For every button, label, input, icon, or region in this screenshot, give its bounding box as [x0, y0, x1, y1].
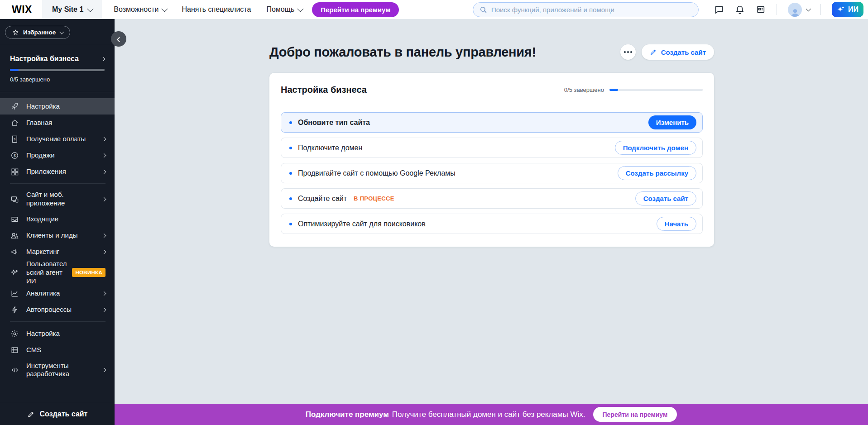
- progress-label: 0/5 завершено: [564, 86, 604, 93]
- home-icon: [10, 118, 19, 127]
- premium-banner: Подключите премиум Получите бесплатный д…: [115, 404, 868, 425]
- sidebar-item-home[interactable]: Главная: [0, 115, 115, 131]
- main-area: Добро пожаловать в панель управления! Со…: [115, 19, 868, 404]
- favorites-row: Избранное: [0, 19, 115, 45]
- rocket-icon: [10, 102, 19, 111]
- sparkle-icon: [837, 5, 845, 14]
- search-input[interactable]: [491, 6, 692, 14]
- task-action-button[interactable]: Создать рассылку: [618, 166, 696, 180]
- bullet-dot: [289, 223, 292, 225]
- topbar: WIX My Site 1 Возможности Нанять специал…: [0, 0, 868, 19]
- business-setup-summary[interactable]: Настройка бизнеса 0/5 завершено: [0, 45, 115, 92]
- inbox-icon: [10, 215, 19, 224]
- sidebar-item-ai-agent[interactable]: Пользовательский агент ИИ НОВИНКА: [0, 260, 115, 285]
- chevron-right-icon: [102, 291, 106, 296]
- site-switcher[interactable]: My Site 1: [42, 0, 102, 19]
- setup-status: 0/5 завершено: [10, 76, 105, 83]
- task-row[interactable]: Подключите домен Подключить домен: [281, 138, 703, 158]
- top-nav: Возможности Нанять специалиста Помощь: [114, 5, 302, 14]
- task-row[interactable]: Продвигайте сайт с помощью Google Реклам…: [281, 163, 703, 183]
- search-icon: [480, 6, 487, 14]
- notifications-bell-icon[interactable]: [735, 5, 745, 14]
- sidebar-item-apps[interactable]: Приложения: [0, 163, 115, 180]
- sidebar-item-setup[interactable]: Настройка: [0, 98, 115, 115]
- invoice-icon: $: [10, 134, 19, 143]
- ai-assistant-button[interactable]: ИИ: [832, 2, 863, 17]
- chevron-down-icon: [87, 6, 94, 12]
- in-progress-status: В ПРОЦЕССЕ: [354, 195, 394, 202]
- favorites-dropdown[interactable]: Избранное: [5, 26, 70, 39]
- nav-help[interactable]: Помощь: [266, 5, 302, 14]
- task-list: Обновите тип сайта Изменить Подключите д…: [281, 112, 703, 234]
- sidebar-menu: Настройка Главная $ Получение оплаты $ П…: [0, 92, 115, 382]
- pencil-icon: [27, 411, 35, 418]
- chat-icon[interactable]: [714, 5, 724, 14]
- chevron-down-icon: [59, 30, 64, 34]
- table-icon: [10, 345, 19, 354]
- chevron-down-icon: [162, 6, 168, 12]
- more-actions-button[interactable]: [620, 44, 636, 60]
- chevron-down-icon: [297, 6, 304, 12]
- svg-text:$: $: [14, 137, 15, 141]
- card-title: Настройка бизнеса: [281, 85, 367, 95]
- sidebar-item-get-paid[interactable]: $ Получение оплаты: [0, 131, 115, 147]
- bullet-dot: [289, 172, 292, 175]
- setup-progress-bar: [10, 69, 105, 71]
- pencil-icon: [650, 48, 657, 56]
- megaphone-icon: [10, 247, 19, 256]
- chevron-right-icon: [102, 137, 106, 141]
- divider: [10, 321, 106, 322]
- banner-premium-button[interactable]: Перейти на премиум: [593, 407, 677, 422]
- bullet-dot: [289, 147, 292, 149]
- sidebar-item-dev-tools[interactable]: Инструменты разработчика: [0, 358, 115, 382]
- sidebar-item-sales[interactable]: $ Продажи: [0, 147, 115, 163]
- chevron-right-icon: [102, 249, 106, 254]
- gear-icon: [10, 329, 19, 338]
- divider: [10, 183, 106, 184]
- search-box[interactable]: [473, 2, 699, 17]
- topbar-icons: ИИ: [714, 2, 863, 17]
- sidebar-collapse-button[interactable]: [111, 31, 126, 47]
- sidebar-item-settings[interactable]: Настройка: [0, 325, 115, 342]
- svg-text:$: $: [14, 153, 16, 158]
- divider: [777, 4, 777, 15]
- chevron-down-icon: [806, 6, 811, 11]
- nav-features[interactable]: Возможности: [114, 5, 166, 14]
- sidebar-item-marketing[interactable]: Маркетинг: [0, 244, 115, 260]
- star-icon: [12, 29, 19, 36]
- sidebar-item-automations[interactable]: Автопроцессы: [0, 301, 115, 318]
- upgrade-premium-button[interactable]: Перейти на премиум: [312, 2, 399, 17]
- sidebar-item-contacts-leads[interactable]: Клиенты и лиды: [0, 227, 115, 244]
- apps-grid-icon: [10, 167, 19, 176]
- task-action-button[interactable]: Создать сайт: [635, 191, 696, 205]
- chevron-right-icon: [102, 197, 106, 201]
- chevron-right-icon: [101, 57, 106, 61]
- people-icon: [10, 231, 19, 240]
- sidebar-create-site[interactable]: Создать сайт: [0, 403, 115, 425]
- task-action-button[interactable]: Начать: [657, 217, 696, 231]
- sidebar-item-cms[interactable]: CMS: [0, 342, 115, 358]
- business-setup-card: Настройка бизнеса 0/5 завершено Обновите…: [269, 73, 714, 247]
- devices-icon: [10, 195, 19, 204]
- divider: [820, 4, 821, 15]
- account-menu[interactable]: [788, 3, 810, 17]
- create-site-button[interactable]: Создать сайт: [642, 44, 714, 60]
- wix-logo: WIX: [0, 4, 42, 16]
- topbar-right: ИИ: [473, 2, 868, 17]
- updates-news-icon[interactable]: [756, 5, 766, 14]
- banner-bold-text: Подключите премиум: [306, 410, 389, 419]
- task-row[interactable]: Обновите тип сайта Изменить: [281, 112, 703, 133]
- chevron-right-icon: [102, 233, 106, 238]
- sidebar-item-inbox[interactable]: Входящие: [0, 211, 115, 227]
- chevron-right-icon: [102, 153, 106, 158]
- task-action-button[interactable]: Подключить домен: [615, 141, 696, 155]
- avatar: [788, 3, 802, 17]
- sidebar-item-site-and-app[interactable]: Сайт и моб. приложение: [0, 187, 115, 211]
- task-row[interactable]: Создайте сайт В ПРОЦЕССЕ Создать сайт: [281, 188, 703, 209]
- task-row[interactable]: Оптимизируйте сайт для поисковиков Начат…: [281, 214, 703, 234]
- nav-hire-professional[interactable]: Нанять специалиста: [182, 5, 251, 14]
- chevron-right-icon: [102, 368, 106, 372]
- page-title: Добро пожаловать в панель управления!: [269, 45, 536, 60]
- task-action-button[interactable]: Изменить: [648, 115, 696, 129]
- sidebar-item-analytics[interactable]: Аналитика: [0, 285, 115, 301]
